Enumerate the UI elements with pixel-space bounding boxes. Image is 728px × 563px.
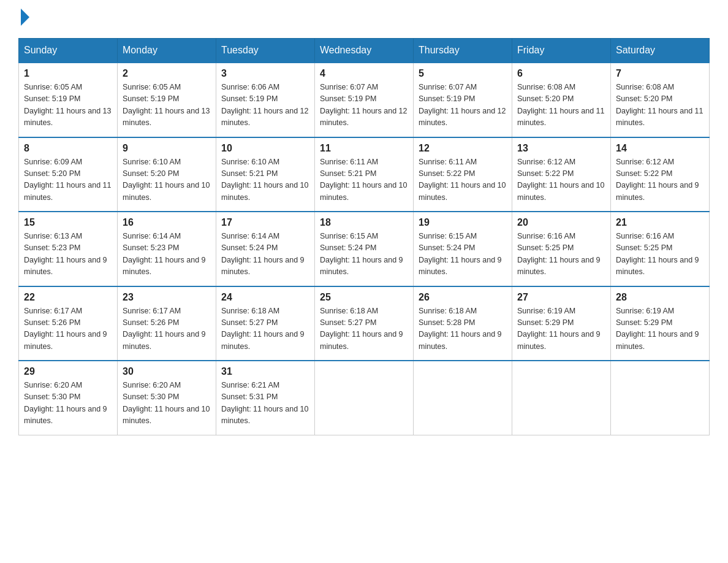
day-number: 29	[24, 366, 112, 377]
calendar-cell: 7 Sunrise: 6:08 AMSunset: 5:20 PMDayligh…	[611, 63, 710, 137]
calendar-cell: 25 Sunrise: 6:18 AMSunset: 5:27 PMDaylig…	[315, 286, 414, 361]
calendar-cell: 6 Sunrise: 6:08 AMSunset: 5:20 PMDayligh…	[512, 63, 611, 137]
page-header	[18, 12, 710, 26]
calendar-cell: 19 Sunrise: 6:15 AMSunset: 5:24 PMDaylig…	[414, 212, 512, 286]
day-info: Sunrise: 6:21 AMSunset: 5:31 PMDaylight:…	[221, 380, 309, 427]
calendar-cell: 24 Sunrise: 6:18 AMSunset: 5:27 PMDaylig…	[216, 286, 315, 361]
calendar-cell: 28 Sunrise: 6:19 AMSunset: 5:29 PMDaylig…	[611, 286, 710, 361]
day-info: Sunrise: 6:09 AMSunset: 5:20 PMDaylight:…	[24, 156, 112, 204]
day-number: 21	[616, 217, 704, 228]
day-info: Sunrise: 6:10 AMSunset: 5:21 PMDaylight:…	[221, 156, 309, 204]
calendar-cell: 21 Sunrise: 6:16 AMSunset: 5:25 PMDaylig…	[611, 212, 710, 286]
day-info: Sunrise: 6:11 AMSunset: 5:22 PMDaylight:…	[419, 156, 507, 204]
day-info: Sunrise: 6:07 AMSunset: 5:19 PMDaylight:…	[419, 82, 507, 129]
day-number: 17	[221, 217, 309, 228]
day-number: 23	[123, 292, 211, 303]
calendar-cell	[512, 361, 611, 435]
calendar-cell: 3 Sunrise: 6:06 AMSunset: 5:19 PMDayligh…	[216, 63, 315, 137]
week-row-5: 29 Sunrise: 6:20 AMSunset: 5:30 PMDaylig…	[19, 361, 710, 435]
day-number: 9	[123, 143, 211, 154]
calendar-cell	[315, 361, 414, 435]
day-info: Sunrise: 6:14 AMSunset: 5:23 PMDaylight:…	[123, 231, 211, 278]
day-info: Sunrise: 6:16 AMSunset: 5:25 PMDaylight:…	[517, 231, 605, 278]
calendar-cell: 11 Sunrise: 6:11 AMSunset: 5:21 PMDaylig…	[315, 137, 414, 212]
day-number: 7	[616, 68, 704, 79]
calendar-cell: 27 Sunrise: 6:19 AMSunset: 5:29 PMDaylig…	[512, 286, 611, 361]
day-number: 31	[221, 366, 309, 377]
day-number: 24	[221, 292, 309, 303]
weekday-header-saturday: Saturday	[611, 39, 710, 63]
day-info: Sunrise: 6:18 AMSunset: 5:27 PMDaylight:…	[221, 305, 309, 353]
day-number: 12	[419, 143, 507, 154]
calendar-cell: 1 Sunrise: 6:05 AMSunset: 5:19 PMDayligh…	[19, 63, 118, 137]
calendar-cell: 14 Sunrise: 6:12 AMSunset: 5:22 PMDaylig…	[611, 137, 710, 212]
day-number: 14	[616, 143, 704, 154]
day-info: Sunrise: 6:10 AMSunset: 5:20 PMDaylight:…	[123, 156, 211, 204]
day-info: Sunrise: 6:08 AMSunset: 5:20 PMDaylight:…	[517, 82, 605, 129]
weekday-header-thursday: Thursday	[414, 39, 512, 63]
day-info: Sunrise: 6:08 AMSunset: 5:20 PMDaylight:…	[616, 82, 704, 129]
calendar-cell: 23 Sunrise: 6:17 AMSunset: 5:26 PMDaylig…	[118, 286, 216, 361]
calendar-cell: 18 Sunrise: 6:15 AMSunset: 5:24 PMDaylig…	[315, 212, 414, 286]
calendar-cell: 2 Sunrise: 6:05 AMSunset: 5:19 PMDayligh…	[118, 63, 216, 137]
calendar-cell: 29 Sunrise: 6:20 AMSunset: 5:30 PMDaylig…	[19, 361, 118, 435]
day-info: Sunrise: 6:20 AMSunset: 5:30 PMDaylight:…	[24, 380, 112, 427]
calendar-cell: 9 Sunrise: 6:10 AMSunset: 5:20 PMDayligh…	[118, 137, 216, 212]
day-number: 2	[123, 68, 211, 79]
calendar-cell: 31 Sunrise: 6:21 AMSunset: 5:31 PMDaylig…	[216, 361, 315, 435]
week-row-4: 22 Sunrise: 6:17 AMSunset: 5:26 PMDaylig…	[19, 286, 710, 361]
day-info: Sunrise: 6:05 AMSunset: 5:19 PMDaylight:…	[24, 82, 112, 129]
day-info: Sunrise: 6:18 AMSunset: 5:28 PMDaylight:…	[419, 305, 507, 353]
week-row-2: 8 Sunrise: 6:09 AMSunset: 5:20 PMDayligh…	[19, 137, 710, 212]
day-info: Sunrise: 6:11 AMSunset: 5:21 PMDaylight:…	[320, 156, 408, 204]
day-number: 10	[221, 143, 309, 154]
day-number: 27	[517, 292, 605, 303]
calendar-cell: 4 Sunrise: 6:07 AMSunset: 5:19 PMDayligh…	[315, 63, 414, 137]
day-number: 25	[320, 292, 408, 303]
calendar-cell	[414, 361, 512, 435]
calendar-cell: 17 Sunrise: 6:14 AMSunset: 5:24 PMDaylig…	[216, 212, 315, 286]
weekday-header-sunday: Sunday	[19, 39, 118, 63]
day-number: 8	[24, 143, 112, 154]
calendar-cell: 15 Sunrise: 6:13 AMSunset: 5:23 PMDaylig…	[19, 212, 118, 286]
day-info: Sunrise: 6:18 AMSunset: 5:27 PMDaylight:…	[320, 305, 408, 353]
calendar-cell: 5 Sunrise: 6:07 AMSunset: 5:19 PMDayligh…	[414, 63, 512, 137]
logo	[18, 12, 29, 26]
day-info: Sunrise: 6:13 AMSunset: 5:23 PMDaylight:…	[24, 231, 112, 278]
weekday-header-monday: Monday	[118, 39, 216, 63]
weekday-header-tuesday: Tuesday	[216, 39, 315, 63]
day-info: Sunrise: 6:16 AMSunset: 5:25 PMDaylight:…	[616, 231, 704, 278]
calendar-cell: 26 Sunrise: 6:18 AMSunset: 5:28 PMDaylig…	[414, 286, 512, 361]
day-number: 16	[123, 217, 211, 228]
day-info: Sunrise: 6:05 AMSunset: 5:19 PMDaylight:…	[123, 82, 211, 129]
day-number: 18	[320, 217, 408, 228]
logo-arrow-icon	[21, 9, 29, 26]
day-number: 5	[419, 68, 507, 79]
day-info: Sunrise: 6:17 AMSunset: 5:26 PMDaylight:…	[24, 305, 112, 353]
week-row-3: 15 Sunrise: 6:13 AMSunset: 5:23 PMDaylig…	[19, 212, 710, 286]
day-info: Sunrise: 6:19 AMSunset: 5:29 PMDaylight:…	[517, 305, 605, 353]
day-info: Sunrise: 6:20 AMSunset: 5:30 PMDaylight:…	[123, 380, 211, 427]
calendar-cell: 8 Sunrise: 6:09 AMSunset: 5:20 PMDayligh…	[19, 137, 118, 212]
calendar-cell: 10 Sunrise: 6:10 AMSunset: 5:21 PMDaylig…	[216, 137, 315, 212]
day-number: 3	[221, 68, 309, 79]
weekday-header-row: SundayMondayTuesdayWednesdayThursdayFrid…	[19, 39, 710, 63]
day-number: 1	[24, 68, 112, 79]
day-number: 26	[419, 292, 507, 303]
weekday-header-wednesday: Wednesday	[315, 39, 414, 63]
weekday-header-friday: Friday	[512, 39, 611, 63]
day-number: 28	[616, 292, 704, 303]
day-number: 19	[419, 217, 507, 228]
day-info: Sunrise: 6:07 AMSunset: 5:19 PMDaylight:…	[320, 82, 408, 129]
day-number: 13	[517, 143, 605, 154]
day-number: 15	[24, 217, 112, 228]
day-number: 22	[24, 292, 112, 303]
day-number: 11	[320, 143, 408, 154]
day-number: 4	[320, 68, 408, 79]
calendar-cell: 13 Sunrise: 6:12 AMSunset: 5:22 PMDaylig…	[512, 137, 611, 212]
day-number: 30	[123, 366, 211, 377]
day-info: Sunrise: 6:12 AMSunset: 5:22 PMDaylight:…	[517, 156, 605, 204]
calendar-cell	[611, 361, 710, 435]
day-info: Sunrise: 6:15 AMSunset: 5:24 PMDaylight:…	[320, 231, 408, 278]
calendar-cell: 30 Sunrise: 6:20 AMSunset: 5:30 PMDaylig…	[118, 361, 216, 435]
